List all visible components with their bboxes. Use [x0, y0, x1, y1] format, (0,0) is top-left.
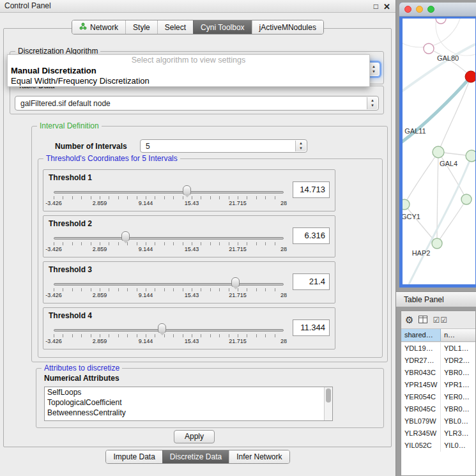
table-toolbar: ⚙ ☑☑	[401, 311, 475, 329]
scale-label: 9.144	[139, 292, 153, 298]
table-cell[interactable]: YIL052C	[401, 440, 441, 452]
table-cell[interactable]: YLR345W	[401, 427, 441, 440]
table-row[interactable]: YPR145WYPR1…	[401, 379, 475, 391]
threshold-value-field[interactable]: 21.4	[293, 273, 330, 290]
threshold-slider[interactable]: -3.4262.8599.14415.4321.71528	[54, 275, 284, 303]
slider-track[interactable]	[54, 329, 284, 332]
network-node[interactable]	[433, 146, 444, 158]
tab-cyni-toolbox[interactable]: Cyni Toolbox	[193, 20, 251, 34]
network-node[interactable]	[432, 238, 442, 249]
table-row[interactable]: YDL19…YDL1…	[401, 342, 475, 355]
list-scrollbar[interactable]	[324, 387, 332, 420]
network-icon	[79, 22, 87, 32]
column-header-name[interactable]: n…	[441, 329, 475, 341]
list-item[interactable]: SelfLoops	[45, 387, 332, 397]
list-item[interactable]: TopologicalCoefficient	[45, 397, 332, 408]
tab-style[interactable]: Style	[125, 20, 157, 34]
table-cell[interactable]: YDL19…	[401, 342, 441, 355]
scale-label: 15.43	[185, 200, 199, 206]
dropdown-item-manual-discretization[interactable]: Manual Discretization	[8, 66, 369, 76]
threshold-value-field[interactable]: 14.713	[293, 181, 330, 198]
table-cell[interactable]: YBL0…	[441, 415, 475, 427]
table-cell[interactable]: YER054C	[401, 391, 441, 403]
zoom-traffic-light-icon[interactable]	[427, 6, 434, 13]
network-node-label: GCY1	[403, 213, 420, 220]
tab-jactivemnodules[interactable]: jActiveMNodules	[252, 20, 323, 34]
table-row[interactable]: YDR27…YDR2…	[401, 355, 475, 367]
threshold-slider[interactable]: -3.4262.8599.14415.4321.71528	[54, 321, 284, 349]
network-node[interactable]	[461, 194, 472, 204]
list-item[interactable]: BetweennessCentrality	[45, 408, 332, 418]
dropdown-placeholder: Select algorithm to view settings	[8, 55, 369, 66]
threshold-slider[interactable]: -3.4262.8599.14415.4321.71528	[54, 229, 284, 257]
table-panel-titlebar[interactable]: Table Panel	[396, 291, 476, 307]
algorithm-dropdown-popup: Select algorithm to view settings Manual…	[7, 54, 370, 87]
number-of-intervals-combobox[interactable]: 5 ▲▼	[140, 139, 307, 153]
network-node[interactable]	[403, 199, 410, 210]
table-data-combobox[interactable]: galFiltered.sif default node ▲▼	[15, 96, 379, 111]
columns-icon[interactable]	[418, 314, 427, 326]
table-row[interactable]: YBR043CYBR0…	[401, 367, 475, 379]
network-node[interactable]	[424, 43, 434, 54]
table-row[interactable]: YBL079WYBL0…	[401, 415, 475, 427]
tab-network[interactable]: Network	[72, 20, 125, 34]
table-row[interactable]: YLR345WYLR3…	[401, 427, 475, 440]
column-header-shared-name[interactable]: shared…	[401, 329, 441, 341]
scrollbar-thumb[interactable]	[326, 388, 331, 403]
slider-thumb[interactable]	[158, 323, 166, 333]
tab-impute-data-label: Impute Data	[113, 452, 155, 461]
table-cell[interactable]: YDR2…	[441, 355, 475, 367]
select-all-checkbox-icon[interactable]: ☑☑	[433, 316, 448, 325]
table-cell[interactable]: YDL1…	[441, 342, 475, 355]
slider-thumb[interactable]	[121, 231, 130, 241]
gear-icon[interactable]: ⚙	[405, 314, 413, 326]
close-traffic-light-icon[interactable]	[404, 6, 411, 13]
minimize-traffic-light-icon[interactable]	[416, 6, 423, 13]
table-cell[interactable]: YBR045C	[401, 403, 441, 415]
dropdown-item-equal-width-frequency[interactable]: Equal Width/Frequency Discretization	[8, 76, 369, 86]
threshold-slider[interactable]: -3.4262.8599.14415.4321.71528	[54, 183, 284, 211]
network-node[interactable]	[465, 71, 475, 82]
network-canvas[interactable]: GAL80GAL11GAL4GCY1HAP2	[403, 19, 475, 284]
tab-discretize-data[interactable]: Discretize Data	[162, 450, 229, 463]
table-cell[interactable]: YBR0…	[441, 403, 475, 415]
apply-button[interactable]: Apply	[174, 430, 215, 443]
float-window-icon[interactable]: □	[374, 1, 378, 13]
slider-thumb[interactable]	[231, 277, 240, 287]
close-icon[interactable]: ✕	[383, 1, 390, 13]
threshold-value-field[interactable]: 11.344	[293, 319, 330, 336]
table-row[interactable]: YIL052CYIL0…	[401, 440, 475, 452]
scale-label: 21.715	[229, 200, 247, 206]
slider-thumb[interactable]	[183, 185, 191, 195]
combo-stepper-icon[interactable]: ▲▼	[367, 97, 378, 109]
scale-label: 9.144	[139, 200, 153, 206]
table-cell[interactable]: YDR27…	[401, 355, 441, 367]
threshold-value-field[interactable]: 6.316	[293, 227, 330, 244]
combo-stepper-icon[interactable]: ▲▼	[295, 141, 306, 151]
interval-definition-group-title: Interval Definition	[37, 121, 102, 130]
slider-track[interactable]	[54, 191, 284, 194]
tab-impute-data[interactable]: Impute Data	[106, 450, 162, 463]
network-node[interactable]	[436, 19, 446, 24]
tab-infer-network[interactable]: Infer Network	[229, 450, 289, 463]
table-cell[interactable]: YER0…	[441, 391, 475, 403]
table-row[interactable]: YBR045CYBR0…	[401, 403, 475, 415]
table-cell[interactable]: YBL079W	[401, 415, 441, 427]
table-cell[interactable]: YBR043C	[401, 367, 441, 379]
table-row[interactable]: YER054CYER0…	[401, 391, 475, 403]
threshold-label: Threshold 3	[49, 265, 92, 274]
scale-label: 21.715	[229, 338, 247, 344]
table-cell[interactable]: YBR0…	[441, 367, 475, 379]
network-window-titlebar[interactable]	[399, 3, 476, 17]
slider-track[interactable]	[54, 283, 284, 286]
table-cell[interactable]: YPR1…	[441, 379, 475, 391]
table-cell[interactable]: YLR3…	[441, 427, 475, 440]
slider-track[interactable]	[54, 237, 284, 240]
table-cell[interactable]: YPR145W	[401, 379, 441, 391]
table-cell[interactable]: YIL0…	[441, 440, 475, 452]
network-node[interactable]	[466, 150, 475, 162]
scale-label: 2.859	[93, 338, 107, 344]
scale-label: -3.426	[45, 292, 62, 298]
control-panel-titlebar: Control Panel □ ✕	[0, 0, 395, 13]
tab-select[interactable]: Select	[157, 20, 193, 34]
